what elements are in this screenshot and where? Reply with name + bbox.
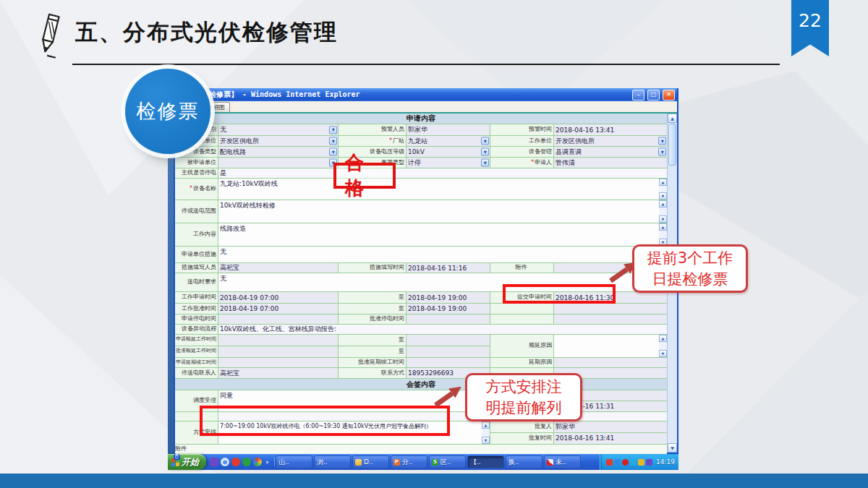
chevron-down-icon[interactable] bbox=[658, 148, 666, 156]
taskbar-button[interactable]: D.. bbox=[352, 455, 389, 468]
extension-approve-field[interactable] bbox=[407, 358, 490, 367]
textarea-scrollbar[interactable] bbox=[482, 421, 490, 444]
ie-icon[interactable] bbox=[221, 458, 229, 466]
apply-unit-select[interactable]: 开发区供电所 bbox=[218, 136, 339, 146]
scroll-up-button[interactable] bbox=[668, 114, 677, 123]
extension-apply-field[interactable] bbox=[218, 358, 339, 367]
taskbar-button[interactable]: 分.. bbox=[391, 455, 427, 468]
scroll-down-icon[interactable] bbox=[659, 192, 667, 200]
chevron-down-icon[interactable] bbox=[481, 159, 489, 167]
taskbar-button[interactable]: 未.. bbox=[544, 455, 581, 468]
field-label: 申请顺延工作时间 bbox=[175, 335, 218, 346]
field-label: 主线是否停电 bbox=[175, 168, 218, 178]
scrollbar-track[interactable] bbox=[668, 166, 677, 443]
device-type-select[interactable]: 配电线路 bbox=[218, 147, 339, 157]
taskbar-button[interactable]: 区.. bbox=[429, 455, 466, 468]
applied-unit-select[interactable] bbox=[218, 158, 339, 168]
app-icon[interactable] bbox=[210, 458, 218, 466]
postpone-apply-field[interactable] bbox=[218, 335, 339, 346]
textarea-scrollbar[interactable] bbox=[659, 179, 667, 200]
mainline-field[interactable]: 是 bbox=[218, 168, 667, 178]
postpone-apply-to-field[interactable] bbox=[407, 335, 490, 346]
tray-icon[interactable] bbox=[638, 459, 644, 466]
scroll-up-icon[interactable] bbox=[659, 223, 667, 231]
jurisdiction-select[interactable]: 县调直调 bbox=[554, 147, 667, 157]
scroll-up-icon[interactable] bbox=[659, 179, 667, 186]
field-label: 工作申请时间 bbox=[175, 292, 218, 303]
field-label: 申请延期竣工时间 bbox=[175, 358, 218, 367]
scroll-down-icon[interactable] bbox=[659, 350, 667, 357]
station-select[interactable]: 九龙站 bbox=[407, 136, 490, 146]
chevron-down-icon[interactable] bbox=[329, 126, 337, 134]
scroll-up-icon[interactable] bbox=[659, 200, 667, 207]
field-label: 批准顺延工作时间 bbox=[175, 346, 218, 357]
measures-writer-field[interactable]: 高祀宝 bbox=[218, 263, 339, 273]
taskbar-button[interactable]: 换.. bbox=[506, 455, 542, 468]
postpone-reason-textarea[interactable] bbox=[554, 335, 667, 357]
warn-time-field[interactable]: 2018-04-16 13:41 bbox=[554, 124, 667, 135]
tray-icon[interactable] bbox=[630, 459, 637, 466]
applicant-field[interactable]: 管伟清 bbox=[554, 158, 667, 168]
chevron-down-icon[interactable] bbox=[481, 137, 489, 145]
tray-icon[interactable] bbox=[622, 459, 629, 466]
tray-icon[interactable] bbox=[606, 459, 613, 466]
browser-icon[interactable] bbox=[253, 458, 262, 466]
device-change-field[interactable]: 10kV双岭线、化工线、宫林线异动报告: bbox=[218, 325, 667, 334]
textarea-scrollbar[interactable] bbox=[659, 223, 667, 246]
scroll-up-icon[interactable] bbox=[659, 335, 667, 342]
taskbar-clock[interactable]: 14:19 bbox=[656, 458, 675, 466]
work-approve-to-field[interactable]: 2018-04-19 19:00 bbox=[407, 304, 490, 314]
maximize-button[interactable] bbox=[647, 90, 660, 100]
contact-field[interactable]: 高祀宝 bbox=[218, 368, 339, 378]
chevron-down-icon[interactable] bbox=[329, 148, 337, 156]
item-type-select[interactable]: 计停 bbox=[407, 158, 490, 168]
outage-range-textarea[interactable]: 10kV双岭线转检修 bbox=[218, 200, 667, 223]
postpone-approve-to-field[interactable] bbox=[407, 346, 490, 357]
chevron-down-icon[interactable] bbox=[658, 137, 666, 145]
work-apply-to-field[interactable]: 2018-04-19 19:00 bbox=[407, 292, 490, 303]
approve-time-field[interactable]: 2018-04-16 13:41 bbox=[554, 433, 667, 444]
scroll-down-icon[interactable] bbox=[659, 215, 667, 223]
close-button[interactable] bbox=[663, 90, 675, 100]
approve-outage-field[interactable] bbox=[407, 314, 490, 324]
work-content-textarea[interactable]: 线路改造 bbox=[218, 223, 667, 246]
postpone-approve-field[interactable] bbox=[218, 346, 339, 357]
field-label: 厂站 bbox=[339, 136, 407, 146]
scroll-down-button[interactable] bbox=[668, 443, 677, 453]
scroll-up-icon[interactable] bbox=[482, 421, 490, 429]
warn-type-select[interactable]: 无 bbox=[218, 124, 339, 135]
tray-icon[interactable] bbox=[646, 459, 652, 466]
field-label: 申请单位措施 bbox=[175, 247, 218, 262]
voltage-select[interactable]: 10kV bbox=[407, 147, 490, 157]
chevron-more-icon[interactable] bbox=[264, 459, 271, 466]
work-apply-from-field[interactable]: 2018-04-19 07:00 bbox=[218, 292, 339, 303]
warn-person-field[interactable]: 郭家华 bbox=[407, 124, 490, 135]
device-name-textarea[interactable]: 九龙站:10kV双岭线 bbox=[218, 179, 667, 200]
chevron-down-icon[interactable] bbox=[481, 148, 489, 156]
taskbar-button[interactable]: 山.. bbox=[276, 455, 312, 468]
extension-reason-field[interactable] bbox=[554, 358, 667, 367]
apply-outage-field[interactable] bbox=[218, 314, 339, 324]
app-icon[interactable] bbox=[231, 458, 240, 466]
tray-icon[interactable] bbox=[614, 459, 621, 466]
work-approve-from-field[interactable]: 2018-04-19 07:00 bbox=[218, 304, 339, 314]
approver-field[interactable]: 郭家华 bbox=[554, 421, 667, 432]
page-title: 五、分布式光伏检修管理 bbox=[75, 17, 338, 48]
taskbar-button-active[interactable]: 【.. bbox=[467, 455, 504, 468]
to-label: 至 bbox=[339, 346, 407, 357]
to-label: 至 bbox=[339, 335, 407, 346]
chevron-down-icon[interactable] bbox=[329, 137, 337, 145]
textarea-scrollbar[interactable] bbox=[659, 200, 667, 223]
scroll-down-icon[interactable] bbox=[482, 437, 490, 444]
row-outage-range: 停或送电范围 10kV双岭线转检修 bbox=[175, 200, 667, 223]
app-icon[interactable] bbox=[242, 458, 251, 466]
textarea-scrollbar[interactable] bbox=[659, 335, 667, 357]
unit-measures-textarea[interactable]: 无 bbox=[218, 247, 667, 262]
taskbar-button[interactable]: 浏.. bbox=[314, 455, 351, 468]
row-mainline: 主线是否停电 是 bbox=[175, 168, 667, 179]
measures-time-field[interactable]: 2018-04-16 11:16 bbox=[407, 263, 490, 273]
row-work-approve-time: 工作批准时间 2018-04-19 07:00 至 2018-04-19 19:… bbox=[175, 304, 667, 314]
minimize-button[interactable] bbox=[632, 90, 644, 100]
work-unit-select[interactable]: 开发区供电所 bbox=[554, 136, 667, 146]
scrollbar-thumb[interactable] bbox=[668, 124, 676, 166]
